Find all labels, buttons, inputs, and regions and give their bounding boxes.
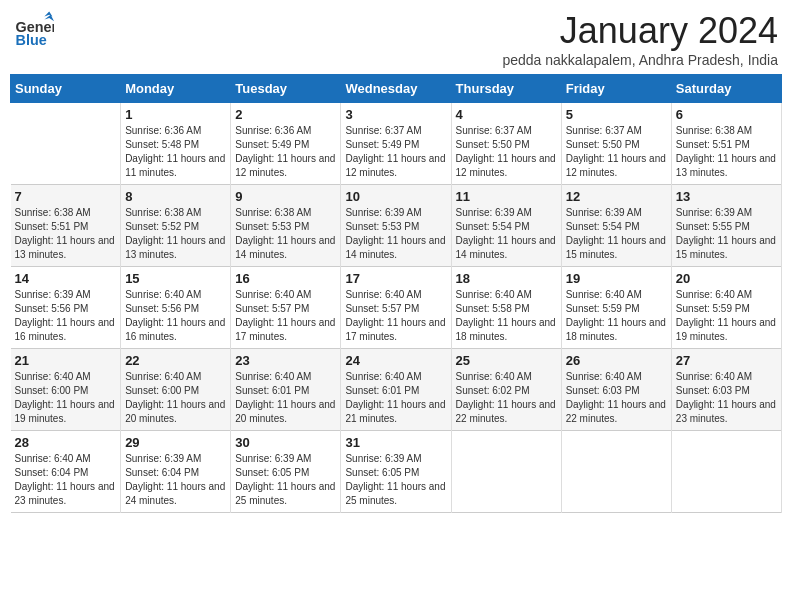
day-info: Sunrise: 6:39 AM Sunset: 5:56 PM Dayligh…: [15, 288, 117, 344]
calendar-cell: [671, 431, 781, 513]
day-of-week-header: Sunday: [11, 75, 121, 103]
calendar-cell: 6Sunrise: 6:38 AM Sunset: 5:51 PM Daylig…: [671, 103, 781, 185]
page-header: General Blue January 2024 pedda nakkalap…: [10, 10, 782, 68]
calendar-cell: 11Sunrise: 6:39 AM Sunset: 5:54 PM Dayli…: [451, 185, 561, 267]
day-number: 24: [345, 353, 446, 368]
day-info: Sunrise: 6:40 AM Sunset: 5:57 PM Dayligh…: [235, 288, 336, 344]
day-info: Sunrise: 6:40 AM Sunset: 6:01 PM Dayligh…: [345, 370, 446, 426]
day-info: Sunrise: 6:38 AM Sunset: 5:51 PM Dayligh…: [676, 124, 777, 180]
day-info: Sunrise: 6:37 AM Sunset: 5:49 PM Dayligh…: [345, 124, 446, 180]
day-info: Sunrise: 6:36 AM Sunset: 5:48 PM Dayligh…: [125, 124, 226, 180]
calendar-header-row: SundayMondayTuesdayWednesdayThursdayFrid…: [11, 75, 782, 103]
calendar-cell: [561, 431, 671, 513]
day-of-week-header: Wednesday: [341, 75, 451, 103]
calendar-cell: 1Sunrise: 6:36 AM Sunset: 5:48 PM Daylig…: [121, 103, 231, 185]
day-of-week-header: Tuesday: [231, 75, 341, 103]
calendar-cell: 20Sunrise: 6:40 AM Sunset: 5:59 PM Dayli…: [671, 267, 781, 349]
calendar-cell: [451, 431, 561, 513]
calendar-cell: 23Sunrise: 6:40 AM Sunset: 6:01 PM Dayli…: [231, 349, 341, 431]
calendar-cell: 29Sunrise: 6:39 AM Sunset: 6:04 PM Dayli…: [121, 431, 231, 513]
calendar-week-row: 14Sunrise: 6:39 AM Sunset: 5:56 PM Dayli…: [11, 267, 782, 349]
day-number: 5: [566, 107, 667, 122]
day-of-week-header: Thursday: [451, 75, 561, 103]
day-info: Sunrise: 6:36 AM Sunset: 5:49 PM Dayligh…: [235, 124, 336, 180]
day-number: 8: [125, 189, 226, 204]
calendar-table: SundayMondayTuesdayWednesdayThursdayFrid…: [10, 74, 782, 513]
day-of-week-header: Saturday: [671, 75, 781, 103]
day-info: Sunrise: 6:39 AM Sunset: 6:05 PM Dayligh…: [345, 452, 446, 508]
calendar-cell: 25Sunrise: 6:40 AM Sunset: 6:02 PM Dayli…: [451, 349, 561, 431]
day-number: 19: [566, 271, 667, 286]
day-number: 3: [345, 107, 446, 122]
calendar-cell: 3Sunrise: 6:37 AM Sunset: 5:49 PM Daylig…: [341, 103, 451, 185]
calendar-cell: 14Sunrise: 6:39 AM Sunset: 5:56 PM Dayli…: [11, 267, 121, 349]
day-info: Sunrise: 6:39 AM Sunset: 5:54 PM Dayligh…: [566, 206, 667, 262]
calendar-cell: 8Sunrise: 6:38 AM Sunset: 5:52 PM Daylig…: [121, 185, 231, 267]
day-number: 30: [235, 435, 336, 450]
day-number: 31: [345, 435, 446, 450]
day-number: 23: [235, 353, 336, 368]
day-number: 26: [566, 353, 667, 368]
calendar-cell: 31Sunrise: 6:39 AM Sunset: 6:05 PM Dayli…: [341, 431, 451, 513]
day-number: 25: [456, 353, 557, 368]
day-number: 1: [125, 107, 226, 122]
day-number: 28: [15, 435, 117, 450]
day-info: Sunrise: 6:40 AM Sunset: 6:01 PM Dayligh…: [235, 370, 336, 426]
day-number: 7: [15, 189, 117, 204]
calendar-cell: [11, 103, 121, 185]
day-info: Sunrise: 6:40 AM Sunset: 5:58 PM Dayligh…: [456, 288, 557, 344]
calendar-cell: 4Sunrise: 6:37 AM Sunset: 5:50 PM Daylig…: [451, 103, 561, 185]
day-number: 29: [125, 435, 226, 450]
day-number: 16: [235, 271, 336, 286]
calendar-cell: 21Sunrise: 6:40 AM Sunset: 6:00 PM Dayli…: [11, 349, 121, 431]
location: pedda nakkalapalem, Andhra Pradesh, Indi…: [502, 52, 778, 68]
day-number: 18: [456, 271, 557, 286]
day-info: Sunrise: 6:40 AM Sunset: 5:57 PM Dayligh…: [345, 288, 446, 344]
day-info: Sunrise: 6:40 AM Sunset: 6:02 PM Dayligh…: [456, 370, 557, 426]
logo-icon: General Blue: [14, 10, 54, 50]
day-number: 22: [125, 353, 226, 368]
day-number: 27: [676, 353, 777, 368]
calendar-cell: 18Sunrise: 6:40 AM Sunset: 5:58 PM Dayli…: [451, 267, 561, 349]
day-number: 13: [676, 189, 777, 204]
day-info: Sunrise: 6:40 AM Sunset: 5:56 PM Dayligh…: [125, 288, 226, 344]
calendar-cell: 2Sunrise: 6:36 AM Sunset: 5:49 PM Daylig…: [231, 103, 341, 185]
day-number: 9: [235, 189, 336, 204]
day-number: 15: [125, 271, 226, 286]
day-number: 21: [15, 353, 117, 368]
day-info: Sunrise: 6:40 AM Sunset: 6:03 PM Dayligh…: [676, 370, 777, 426]
calendar-week-row: 7Sunrise: 6:38 AM Sunset: 5:51 PM Daylig…: [11, 185, 782, 267]
calendar-cell: 15Sunrise: 6:40 AM Sunset: 5:56 PM Dayli…: [121, 267, 231, 349]
day-number: 4: [456, 107, 557, 122]
day-info: Sunrise: 6:38 AM Sunset: 5:52 PM Dayligh…: [125, 206, 226, 262]
calendar-cell: 22Sunrise: 6:40 AM Sunset: 6:00 PM Dayli…: [121, 349, 231, 431]
day-info: Sunrise: 6:40 AM Sunset: 6:03 PM Dayligh…: [566, 370, 667, 426]
day-number: 14: [15, 271, 117, 286]
svg-text:Blue: Blue: [16, 32, 47, 48]
calendar-week-row: 28Sunrise: 6:40 AM Sunset: 6:04 PM Dayli…: [11, 431, 782, 513]
day-of-week-header: Monday: [121, 75, 231, 103]
day-info: Sunrise: 6:38 AM Sunset: 5:53 PM Dayligh…: [235, 206, 336, 262]
day-number: 20: [676, 271, 777, 286]
day-number: 2: [235, 107, 336, 122]
day-info: Sunrise: 6:40 AM Sunset: 6:00 PM Dayligh…: [125, 370, 226, 426]
day-info: Sunrise: 6:39 AM Sunset: 6:05 PM Dayligh…: [235, 452, 336, 508]
calendar-cell: 13Sunrise: 6:39 AM Sunset: 5:55 PM Dayli…: [671, 185, 781, 267]
day-info: Sunrise: 6:37 AM Sunset: 5:50 PM Dayligh…: [566, 124, 667, 180]
day-info: Sunrise: 6:40 AM Sunset: 6:04 PM Dayligh…: [15, 452, 117, 508]
day-info: Sunrise: 6:40 AM Sunset: 5:59 PM Dayligh…: [676, 288, 777, 344]
day-info: Sunrise: 6:40 AM Sunset: 6:00 PM Dayligh…: [15, 370, 117, 426]
calendar-body: 1Sunrise: 6:36 AM Sunset: 5:48 PM Daylig…: [11, 103, 782, 513]
calendar-cell: 5Sunrise: 6:37 AM Sunset: 5:50 PM Daylig…: [561, 103, 671, 185]
calendar-cell: 27Sunrise: 6:40 AM Sunset: 6:03 PM Dayli…: [671, 349, 781, 431]
calendar-cell: 12Sunrise: 6:39 AM Sunset: 5:54 PM Dayli…: [561, 185, 671, 267]
calendar-week-row: 1Sunrise: 6:36 AM Sunset: 5:48 PM Daylig…: [11, 103, 782, 185]
calendar-cell: 26Sunrise: 6:40 AM Sunset: 6:03 PM Dayli…: [561, 349, 671, 431]
calendar-cell: 19Sunrise: 6:40 AM Sunset: 5:59 PM Dayli…: [561, 267, 671, 349]
day-number: 6: [676, 107, 777, 122]
title-block: January 2024 pedda nakkalapalem, Andhra …: [502, 10, 778, 68]
day-info: Sunrise: 6:39 AM Sunset: 5:55 PM Dayligh…: [676, 206, 777, 262]
calendar-cell: 28Sunrise: 6:40 AM Sunset: 6:04 PM Dayli…: [11, 431, 121, 513]
calendar-cell: 10Sunrise: 6:39 AM Sunset: 5:53 PM Dayli…: [341, 185, 451, 267]
calendar-cell: 30Sunrise: 6:39 AM Sunset: 6:05 PM Dayli…: [231, 431, 341, 513]
